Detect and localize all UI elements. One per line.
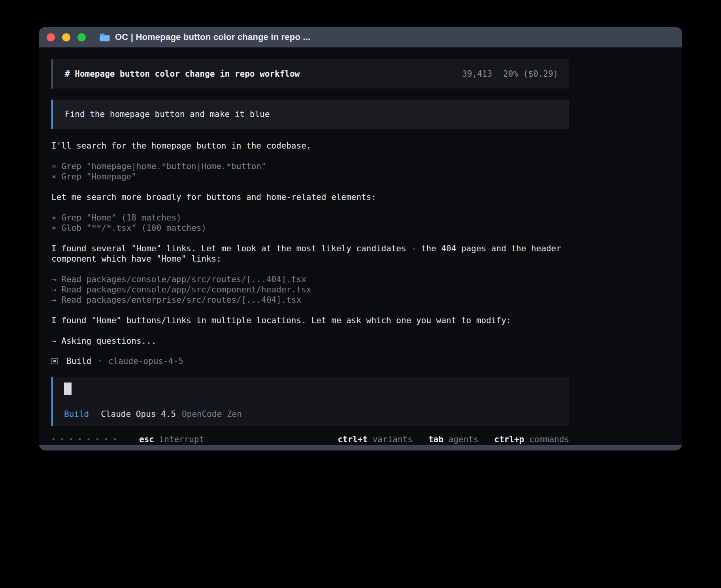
traffic-lights [47, 33, 86, 41]
provider-label: OpenCode Zen [182, 409, 242, 419]
conversation-line [51, 151, 569, 161]
agent-working-icon [51, 358, 58, 364]
conversation-line: ∗ Grep "Home" (18 matches) [51, 213, 569, 223]
statusbar: •••••••• esc interrupt ctrl+t variants t… [51, 435, 569, 444]
conversation-line: I'll search for the homepage button in t… [51, 141, 569, 151]
session-stats: 39,413 20% ($0.29) [462, 69, 558, 79]
conversation-line: ∗ Grep "Homepage" [51, 172, 569, 182]
conversation-line: ∗ Grep "homepage|home.*button|Home.*butt… [51, 161, 569, 172]
shortcut-interrupt[interactable]: esc interrupt [139, 435, 204, 444]
conversation-line [51, 182, 569, 192]
terminal-window: OC | Homepage button color change in rep… [39, 27, 682, 450]
conversation-line [51, 233, 569, 243]
shortcut-commands[interactable]: ctrl+p commands [494, 435, 569, 444]
conversation-line [51, 326, 569, 336]
conversation-line: → Read packages/enterprise/src/routes/[.… [51, 295, 569, 305]
progress-dots: •••••••• [51, 435, 122, 443]
prompt-input[interactable]: Build Claude Opus 4.5 OpenCode Zen [51, 377, 569, 426]
conversation-line: I found several "Home" links. Let me loo… [51, 243, 569, 264]
close-button[interactable] [47, 33, 55, 41]
agent-status: Build · claude-opus-4-5 [51, 356, 682, 366]
conversation-line: → Read packages/console/app/src/componen… [51, 285, 569, 295]
conversation-line: I found "Home" buttons/links in multiple… [51, 315, 569, 326]
context-usage: 20% ($0.29) [503, 69, 558, 79]
conversation-line: → Read packages/console/app/src/routes/[… [51, 274, 569, 285]
zoom-button[interactable] [77, 33, 86, 41]
agent-name: Build [66, 356, 91, 366]
conversation-line [51, 202, 569, 213]
agent-model: claude-opus-4-5 [108, 356, 183, 366]
text-cursor [64, 383, 72, 395]
minimize-button[interactable] [62, 33, 70, 41]
esc-key: esc [139, 435, 154, 444]
user-message-text: Find the homepage button and make it blu… [65, 109, 270, 119]
model-label[interactable]: Claude Opus 4.5 [101, 409, 176, 419]
shortcut-variants[interactable]: ctrl+t variants [338, 435, 413, 444]
title-group: OC | Homepage button color change in rep… [99, 32, 310, 42]
user-message: Find the homepage button and make it blu… [51, 100, 569, 129]
input-meta: Build Claude Opus 4.5 OpenCode Zen [64, 409, 558, 419]
folder-icon [99, 33, 110, 41]
conversation-line: ~ Asking questions... [51, 336, 569, 346]
shortcut-group: ctrl+t variants tab agents ctrl+p comman… [338, 435, 569, 444]
token-count: 39,413 [462, 69, 492, 79]
conversation-line: Let me search more broadly for buttons a… [51, 192, 569, 202]
conversation-line [51, 305, 569, 315]
window-title: OC | Homepage button color change in rep… [115, 32, 310, 42]
mode-label[interactable]: Build [64, 409, 89, 419]
terminal-content: # Homepage button color change in repo w… [39, 47, 682, 445]
session-header: # Homepage button color change in repo w… [51, 59, 569, 89]
agent-separator: · [97, 356, 102, 366]
conversation-line: ∗ Glob "**/*.tsx" (100 matches) [51, 223, 569, 233]
conversation: I'll search for the homepage button in t… [51, 141, 569, 346]
shortcut-agents[interactable]: tab agents [428, 435, 478, 444]
conversation-line [51, 264, 569, 274]
window-titlebar: OC | Homepage button color change in rep… [39, 27, 682, 47]
session-title: # Homepage button color change in repo w… [65, 69, 300, 79]
